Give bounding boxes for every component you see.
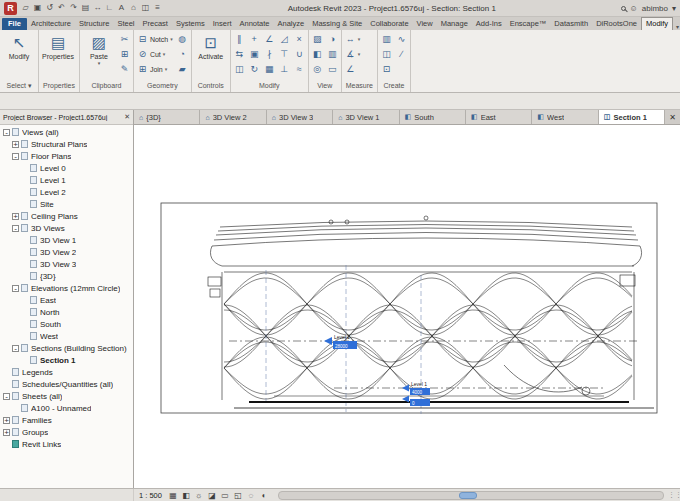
ribbon-tab-systems[interactable]: Systems bbox=[172, 18, 209, 30]
aligned-dimension-icon[interactable]: ∟ bbox=[104, 2, 115, 14]
show-crop-region-icon[interactable]: ◱ bbox=[233, 491, 243, 500]
ribbon-tab-analyze[interactable]: Analyze bbox=[274, 18, 309, 30]
toggle-minus-icon[interactable]: - bbox=[12, 285, 19, 292]
browser-item-3d[interactable]: {3D} bbox=[0, 270, 133, 282]
ribbon-tab-architecture[interactable]: Architecture bbox=[27, 18, 75, 30]
cut-icon[interactable]: ✂ bbox=[119, 32, 130, 46]
scrollbar-thumb[interactable] bbox=[459, 492, 477, 499]
visual-style-icon[interactable]: ◧ bbox=[181, 491, 191, 500]
toggle-minus-icon[interactable]: - bbox=[3, 393, 10, 400]
offset-icon[interactable]: ⇆ bbox=[234, 47, 245, 61]
activate-controls-tool[interactable]: ⊡Activate bbox=[195, 32, 227, 61]
view-tab-west[interactable]: ◧West bbox=[532, 110, 598, 124]
array-icon[interactable]: ▦ bbox=[264, 62, 275, 76]
browser-item-floor-plans[interactable]: -Floor Plans bbox=[0, 150, 133, 162]
browser-item-elevations-12mm-circle[interactable]: -Elevations (12mm Circle) bbox=[0, 282, 133, 294]
detail-level-icon[interactable]: ▦ bbox=[168, 491, 178, 500]
crop-view-icon[interactable]: ▭ bbox=[220, 491, 230, 500]
aligned-dimension-tool[interactable]: ∡▾ bbox=[345, 47, 361, 61]
render-icon[interactable]: ◑ bbox=[327, 32, 338, 46]
ribbon-tab-view[interactable]: View bbox=[413, 18, 437, 30]
notch-tool[interactable]: ⊟Notch▾ bbox=[137, 32, 173, 46]
detail-line-icon[interactable]: ∕ bbox=[396, 47, 407, 61]
browser-item-structural-plans[interactable]: +Structural Plans bbox=[0, 138, 133, 150]
view-scale[interactable]: 1 : 500 bbox=[139, 491, 162, 500]
close-hidden-windows-icon[interactable]: ▭ bbox=[327, 62, 338, 76]
align-icon[interactable]: ∥ bbox=[234, 32, 245, 46]
temporary-hide-icon[interactable]: ◌ bbox=[246, 491, 256, 500]
modify-tool[interactable]: ↖Modify bbox=[3, 32, 35, 61]
3d-view-icon[interactable]: ⌂ bbox=[128, 2, 139, 14]
copy-element-icon[interactable]: ▣ bbox=[249, 47, 260, 61]
search-icon[interactable] bbox=[621, 6, 626, 11]
create-group-icon[interactable]: ⊡ bbox=[381, 62, 392, 76]
browser-item-sheets-all[interactable]: -Sheets (all) bbox=[0, 390, 133, 402]
hidden-lines-icon[interactable]: ▨ bbox=[312, 32, 323, 46]
copy-icon[interactable]: ⊞ bbox=[119, 47, 130, 61]
account-menu-arrow-icon[interactable]: ▾ bbox=[672, 4, 676, 13]
section-icon[interactable]: ◫ bbox=[140, 2, 151, 14]
ribbon-collapse-icon[interactable]: ▾ bbox=[673, 23, 680, 30]
browser-item-legends[interactable]: Legends bbox=[0, 366, 133, 378]
browser-item-3d-view-1[interactable]: 3D View 1 bbox=[0, 234, 133, 246]
match-type-icon[interactable]: ✎ bbox=[119, 62, 130, 76]
ribbon-tab-steel[interactable]: Steel bbox=[113, 18, 138, 30]
resize-grip[interactable]: ⋮⋮ bbox=[668, 491, 680, 499]
views-icon[interactable]: ▥ bbox=[327, 47, 338, 61]
browser-item-3d-view-3[interactable]: 3D View 3 bbox=[0, 258, 133, 270]
browser-item-views-all[interactable]: -Views (all) bbox=[0, 126, 133, 138]
browser-item-level-0[interactable]: Level 0 bbox=[0, 162, 133, 174]
drawing-area[interactable]: Level 2 28000 Level 1 4000 0 bbox=[134, 125, 680, 488]
account-icon[interactable]: ☺ bbox=[630, 4, 638, 13]
ribbon-tab-enscape[interactable]: Enscape™ bbox=[506, 18, 551, 30]
scale-icon[interactable]: ◿ bbox=[279, 32, 290, 46]
open-icon[interactable]: ▱ bbox=[20, 2, 31, 14]
print-icon[interactable]: ▤ bbox=[80, 2, 91, 14]
redo-icon[interactable]: ↷ bbox=[68, 2, 79, 14]
angle-dimension-tool[interactable]: ∠ bbox=[345, 62, 361, 76]
browser-item-revit-links[interactable]: Revit Links bbox=[0, 438, 133, 450]
view-tab-3d-view-2[interactable]: ⌂3D View 2 bbox=[200, 110, 266, 124]
sync-icon[interactable]: ↺ bbox=[44, 2, 55, 14]
view-tab-3d-view-1[interactable]: ⌂3D View 1 bbox=[333, 110, 399, 124]
create-assembly-icon[interactable]: ◫ bbox=[381, 47, 392, 61]
ribbon-tab-massing-site[interactable]: Massing & Site bbox=[308, 18, 366, 30]
project-browser-close-icon[interactable]: ✕ bbox=[124, 113, 130, 121]
toggle-plus-icon[interactable]: + bbox=[3, 429, 10, 436]
account-name[interactable]: abimbo bbox=[642, 4, 668, 13]
measure-icon[interactable]: ↔ bbox=[92, 2, 103, 14]
horizontal-scrollbar[interactable] bbox=[278, 491, 664, 500]
toggle-minus-icon[interactable]: - bbox=[12, 153, 19, 160]
split-element-icon[interactable]: ∤ bbox=[264, 47, 275, 61]
browser-item-schedules-quantities-all[interactable]: Schedules/Quantities (all) bbox=[0, 378, 133, 390]
browser-item-level-2[interactable]: Level 2 bbox=[0, 186, 133, 198]
cutaway-icon[interactable]: ◧ bbox=[312, 47, 323, 61]
browser-item-3d-views[interactable]: -3D Views bbox=[0, 222, 133, 234]
delete-icon[interactable]: × bbox=[294, 32, 305, 46]
ribbon-tab-manage[interactable]: Manage bbox=[437, 18, 472, 30]
split-face-icon[interactable]: ◔ bbox=[177, 47, 188, 61]
rotate-icon[interactable]: ↻ bbox=[249, 62, 260, 76]
browser-item-level-1[interactable]: Level 1 bbox=[0, 174, 133, 186]
undo-icon[interactable]: ↶ bbox=[56, 2, 67, 14]
level-marker-0[interactable]: 0 bbox=[402, 396, 430, 407]
ribbon-tab-precast[interactable]: Precast bbox=[139, 18, 172, 30]
shadows-icon[interactable]: ◪ bbox=[207, 491, 217, 500]
sun-path-icon[interactable]: ☼ bbox=[194, 491, 204, 500]
view-tab-3d[interactable]: ⌂{3D} bbox=[134, 110, 200, 124]
browser-item-3d-view-2[interactable]: 3D View 2 bbox=[0, 246, 133, 258]
properties-tool[interactable]: ▤Properties bbox=[42, 32, 74, 61]
view-tab-south[interactable]: ◧South bbox=[400, 110, 466, 124]
toggle-minus-icon[interactable]: - bbox=[12, 225, 19, 232]
browser-item-sections-building-section[interactable]: -Sections (Building Section) bbox=[0, 342, 133, 354]
view-tab-close-icon[interactable]: ✕ bbox=[665, 110, 680, 124]
ribbon-tab-annotate[interactable]: Annotate bbox=[235, 18, 273, 30]
trim-icon[interactable]: ∠ bbox=[264, 32, 275, 46]
browser-item-families[interactable]: +Families bbox=[0, 414, 133, 426]
browser-item-ceiling-plans[interactable]: +Ceiling Plans bbox=[0, 210, 133, 222]
paste-tool[interactable]: ▨Paste▾ bbox=[83, 32, 115, 66]
unpin-icon[interactable]: ⊥ bbox=[279, 62, 290, 76]
level-marker-2[interactable]: Level 2 28000 bbox=[324, 334, 357, 349]
paint-icon[interactable]: ◍ bbox=[177, 32, 188, 46]
match-icon[interactable]: ≈ bbox=[294, 62, 305, 76]
